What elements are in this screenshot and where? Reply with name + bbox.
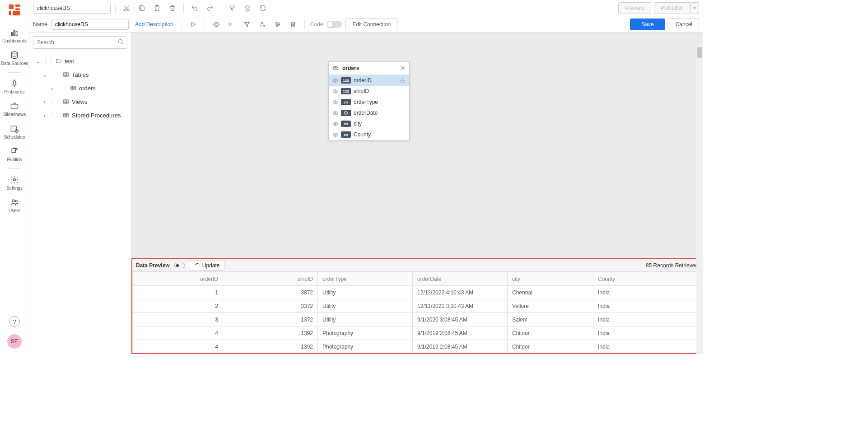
svg-point-24 (276, 22, 277, 23)
add-description-link[interactable]: Add Description (132, 21, 176, 28)
table-row[interactable]: 23372Utility12/11/2021 3:10:43 AMVellore… (133, 299, 702, 313)
col-County[interactable]: County (593, 272, 702, 286)
tree-item-stored-procedures[interactable]: › ⋮⋮ Stored Procedures (33, 108, 127, 122)
nav-schedules[interactable]: Schedules (0, 121, 29, 143)
table-row[interactable]: 41392Photography9/1/2019 2:08:45 AMChito… (133, 340, 702, 354)
field-row-orderDate[interactable]: orderDate (329, 107, 409, 118)
cell: Utility (318, 299, 413, 313)
tree-item-test[interactable]: ⌄ ⋮⋮ test (33, 54, 127, 68)
eye-icon[interactable] (332, 78, 338, 84)
tree-label: Tables (72, 71, 89, 78)
drag-handle-icon: ⋮⋮ (50, 99, 60, 105)
cell: 1392 (223, 326, 318, 340)
paste-icon[interactable] (151, 2, 163, 14)
layers-icon[interactable] (241, 2, 254, 14)
field-row-County[interactable]: strCounty (329, 129, 409, 140)
eye-icon[interactable] (332, 110, 338, 116)
name-input[interactable] (51, 19, 129, 30)
save-button[interactable]: Save (630, 19, 665, 30)
close-icon[interactable]: ✕ (400, 65, 406, 72)
preview-button[interactable]: Preview (618, 2, 651, 14)
eye-icon[interactable] (332, 99, 338, 105)
preview-toggle[interactable] (174, 263, 185, 268)
tree-item-orders[interactable]: › ⋮⋮ orders (33, 81, 127, 95)
publish-dropdown[interactable]: ▾ (691, 2, 699, 14)
field-row-orderType[interactable]: strorderType (329, 97, 409, 107)
cancel-button[interactable]: Cancel (669, 19, 699, 30)
copy-icon[interactable] (135, 2, 148, 14)
nav-slideshows[interactable]: Slideshows (0, 98, 29, 121)
field-row-city[interactable]: strcity (329, 118, 409, 129)
delete-icon[interactable] (166, 2, 179, 14)
sliders-v-icon[interactable] (287, 19, 299, 30)
svg-point-8 (11, 52, 17, 54)
tree-item-views[interactable]: › ⋮⋮ Views (33, 95, 127, 108)
table-panel-orders[interactable]: orders ✕ 123orderID123shipIDstrorderType… (328, 61, 410, 140)
field-name: orderID (354, 77, 397, 84)
search-input[interactable] (33, 36, 127, 49)
code-toggle[interactable] (327, 21, 342, 28)
undo-icon[interactable] (188, 2, 201, 14)
nav-data-sources[interactable]: Data Sources (0, 47, 29, 70)
eye-icon[interactable] (332, 121, 338, 127)
col-shipID[interactable]: shipID (223, 272, 318, 286)
datasource-name-input[interactable] (33, 3, 111, 14)
type-badge: str (341, 99, 351, 105)
table-row[interactable]: 13872Utility12/12/2022 4:10:43 AMChennai… (133, 286, 702, 299)
table-row[interactable]: 31372Utility9/1/2020 3:08:45 AMSalemIndi… (133, 313, 702, 326)
user-key-icon[interactable] (257, 19, 268, 30)
filter2-icon[interactable] (241, 19, 253, 30)
preview-grid: orderIDshipIDorderTypeorderDatecityCount… (132, 272, 702, 353)
filter-icon[interactable] (226, 2, 238, 14)
cell: 12/12/2022 4:10:43 AM (413, 286, 508, 299)
col-orderDate[interactable]: orderDate (413, 272, 508, 286)
search-icon[interactable] (117, 38, 125, 46)
nav-label: Users (9, 208, 20, 213)
nav-users[interactable]: Users (0, 194, 29, 217)
sliders-icon[interactable] (272, 19, 284, 30)
update-button[interactable]: Update (190, 261, 225, 270)
cut-icon[interactable] (120, 2, 133, 14)
eye-icon[interactable] (332, 89, 338, 94)
cell: Photography (318, 340, 413, 354)
vertical-scrollbar[interactable] (696, 45, 703, 354)
nav-dashboards[interactable]: Dashboards (0, 24, 29, 47)
svg-rect-5 (11, 33, 13, 36)
play-icon[interactable] (187, 19, 199, 30)
col-city[interactable]: city (508, 272, 593, 286)
eye-icon[interactable] (332, 65, 339, 71)
svg-point-14 (15, 200, 17, 202)
nav-settings[interactable]: Settings (0, 172, 29, 194)
export-icon (10, 147, 19, 156)
svg-point-43 (335, 134, 336, 135)
svg-point-30 (119, 40, 122, 43)
edit-connection-button[interactable]: Edit Connection (345, 19, 397, 30)
type-badge: 123 (341, 88, 351, 94)
svg-rect-0 (9, 5, 14, 9)
code-label: Code (310, 21, 323, 28)
eye-icon[interactable] (332, 132, 338, 138)
fx-icon[interactable]: fx (226, 19, 238, 30)
cell: Utility (318, 286, 413, 299)
col-orderID[interactable]: orderID (133, 272, 223, 286)
help-button[interactable]: ? (9, 316, 20, 327)
nav-divider (8, 72, 21, 73)
svg-rect-1 (15, 5, 20, 7)
publish-button[interactable]: PUBLISH (654, 2, 691, 14)
tree-item-tables[interactable]: ⌄ ⋮⋮ Tables (33, 68, 127, 81)
cell: 12/11/2021 3:10:43 AM (413, 299, 508, 313)
eye-icon[interactable] (210, 19, 222, 30)
nav-publish[interactable]: Publish (0, 143, 29, 166)
refresh-icon[interactable] (257, 2, 269, 14)
nav-pinboards[interactable]: Pinboards (0, 75, 29, 98)
redo-icon[interactable] (204, 2, 216, 14)
col-orderType[interactable]: orderType (318, 272, 413, 286)
tree-label: orders (79, 85, 96, 92)
table-row[interactable]: 41392Photography9/1/2019 2:08:45 AMChito… (133, 326, 702, 340)
field-row-orderID[interactable]: 123orderID (329, 75, 409, 86)
gear-icon[interactable] (400, 78, 406, 84)
user-avatar[interactable]: SE (7, 334, 22, 349)
tv-icon (10, 102, 19, 111)
canvas[interactable]: orders ✕ 123orderID123shipIDstrorderType… (131, 33, 703, 258)
field-row-shipID[interactable]: 123shipID (329, 86, 409, 97)
